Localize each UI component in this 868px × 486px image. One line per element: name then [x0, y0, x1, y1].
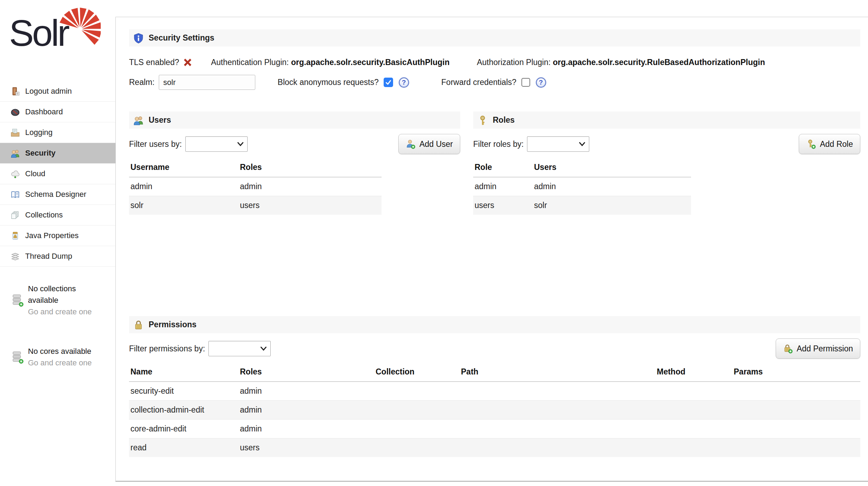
table-row[interactable]: security-edit admin — [129, 382, 860, 401]
authentication-plugin-value: org.apache.solr.security.BasicAuthPlugin — [291, 58, 449, 67]
users-panel-header: Users — [129, 112, 460, 129]
dashboard-gauge-icon — [10, 107, 20, 117]
filter-users-label: Filter users by: — [129, 140, 182, 149]
realm-input[interactable] — [159, 75, 255, 90]
roles-col-users: Users — [533, 158, 691, 177]
permissions-panel-title: Permissions — [149, 320, 197, 329]
filter-permissions-select[interactable] — [208, 341, 271, 356]
sidebar-item-label: Dashboard — [25, 107, 63, 116]
roles-table-header-row: Role Users — [473, 158, 691, 177]
forward-credentials-label: Forward credentials? — [441, 78, 517, 87]
chevron-down-icon — [260, 346, 267, 351]
perm-name-cell: collection-admin-edit — [129, 401, 239, 420]
username-cell: solr — [129, 196, 239, 215]
sidebar-item-cloud[interactable]: Cloud — [0, 164, 115, 184]
solr-logo[interactable]: Solr — [0, 0, 115, 81]
add-permission-button[interactable]: Add Permission — [776, 338, 860, 359]
authorization-plugin: Authorization Plugin: org.apache.solr.se… — [477, 58, 765, 67]
jar-icon — [10, 231, 20, 241]
sidebar-item-label: Java Properties — [25, 231, 79, 240]
sidebar-item-label: Schema Designer — [25, 190, 86, 199]
add-permission-button-label: Add Permission — [797, 344, 853, 353]
block-anonymous-label: Block anonymous requests? — [278, 78, 379, 87]
perm-params-cell — [732, 382, 860, 401]
perm-col-method: Method — [655, 363, 732, 382]
sidebar-item-label: Thread Dump — [25, 252, 72, 261]
checkmark-icon — [385, 79, 392, 86]
users-group-icon — [10, 149, 20, 158]
solr-sunburst-icon — [59, 6, 101, 45]
table-row[interactable]: core-admin-edit admin — [129, 420, 860, 438]
users-filter-row: Filter users by: — [129, 133, 460, 155]
cloud-icon — [10, 169, 20, 179]
forward-credentials-help-icon[interactable]: ? — [536, 77, 546, 88]
sidebar-item-schema-designer[interactable]: Schema Designer — [0, 184, 115, 205]
users-col-username: Username — [129, 158, 239, 177]
sidebar-item-logging[interactable]: Logging — [0, 122, 115, 143]
sidebar-item-java-properties[interactable]: Java Properties — [0, 226, 115, 246]
database-add-icon — [12, 293, 23, 307]
roles-cell: users — [239, 196, 382, 215]
table-row[interactable]: admin admin — [473, 177, 691, 196]
permissions-panel: Permissions Filter permissions by: — [129, 316, 860, 457]
authorization-plugin-value: org.apache.solr.security.RuleBasedAuthor… — [553, 58, 765, 67]
table-row[interactable]: users solr — [473, 196, 691, 215]
users-group-icon — [133, 115, 144, 126]
chevron-down-icon — [237, 142, 244, 146]
thread-stack-icon — [10, 252, 20, 261]
role-cell: users — [473, 196, 533, 215]
permissions-filter-row: Filter permissions by: Add Per — [129, 338, 860, 359]
add-role-button[interactable]: Add Role — [799, 134, 860, 154]
add-role-button-label: Add Role — [820, 140, 853, 149]
permissions-table-header-row: Name Roles Collection Path Method Params — [129, 363, 860, 382]
perm-collection-cell — [374, 401, 460, 420]
notice-body: No cores available Go and create one — [28, 345, 92, 369]
table-row[interactable]: solr users — [129, 196, 382, 215]
filter-users-select[interactable] — [185, 136, 248, 152]
block-anonymous-checkbox[interactable] — [384, 78, 393, 87]
sidebar-item-label: Collections — [25, 210, 63, 220]
roles-filter-row: Filter roles by: — [473, 133, 860, 155]
perm-method-cell — [655, 382, 732, 401]
sidebar-item-logout[interactable]: Logout admin — [0, 81, 115, 102]
perm-col-path: Path — [460, 363, 655, 382]
perm-path-cell — [460, 438, 655, 457]
open-book-icon — [10, 190, 20, 199]
realm-row: Realm: Block anonymous requests? ? Forwa… — [129, 75, 860, 90]
add-user-button[interactable]: Add User — [398, 134, 460, 154]
key-icon — [477, 115, 488, 126]
perm-path-cell — [460, 382, 655, 401]
perm-col-collection: Collection — [374, 363, 460, 382]
page-title: Security Settings — [149, 33, 214, 43]
solr-admin-app: Solr — [0, 0, 868, 486]
perm-roles-cell: admin — [239, 401, 374, 420]
perm-collection-cell — [374, 382, 460, 401]
filter-roles-select[interactable] — [527, 136, 589, 152]
create-core-link[interactable]: Go and create one — [28, 357, 92, 369]
key-add-icon — [806, 139, 816, 149]
users-cell: solr — [533, 196, 691, 215]
block-anonymous-help-icon[interactable]: ? — [399, 77, 409, 88]
sidebar-item-thread-dump[interactable]: Thread Dump — [0, 246, 115, 267]
lock-icon — [133, 320, 144, 330]
table-row[interactable]: collection-admin-edit admin — [129, 401, 860, 420]
no-cores-text: No cores available — [28, 345, 92, 357]
sidebar-item-label: Cloud — [25, 169, 45, 178]
authentication-plugin-label: Authentication Plugin: — [211, 58, 289, 67]
forward-credentials-checkbox[interactable] — [521, 78, 530, 87]
create-collection-link[interactable]: Go and create one — [28, 306, 94, 317]
lock-add-icon — [783, 344, 793, 353]
users-col-roles: Roles — [239, 158, 382, 177]
table-row[interactable]: admin admin — [129, 177, 382, 196]
perm-name-cell: read — [129, 438, 239, 457]
door-icon — [10, 87, 20, 96]
no-cores-notice: No cores available Go and create one — [0, 345, 115, 369]
roles-panel: Roles Filter roles by: — [473, 112, 860, 215]
sidebar-item-collections[interactable]: Collections — [0, 205, 115, 226]
sidebar-item-dashboard[interactable]: Dashboard — [0, 102, 115, 122]
authentication-plugin: Authentication Plugin: org.apache.solr.s… — [211, 58, 449, 67]
shield-icon — [133, 33, 144, 43]
sidebar-item-security[interactable]: Security — [0, 143, 115, 164]
table-row[interactable]: read users — [129, 438, 860, 457]
collections-stack-icon — [10, 210, 20, 220]
